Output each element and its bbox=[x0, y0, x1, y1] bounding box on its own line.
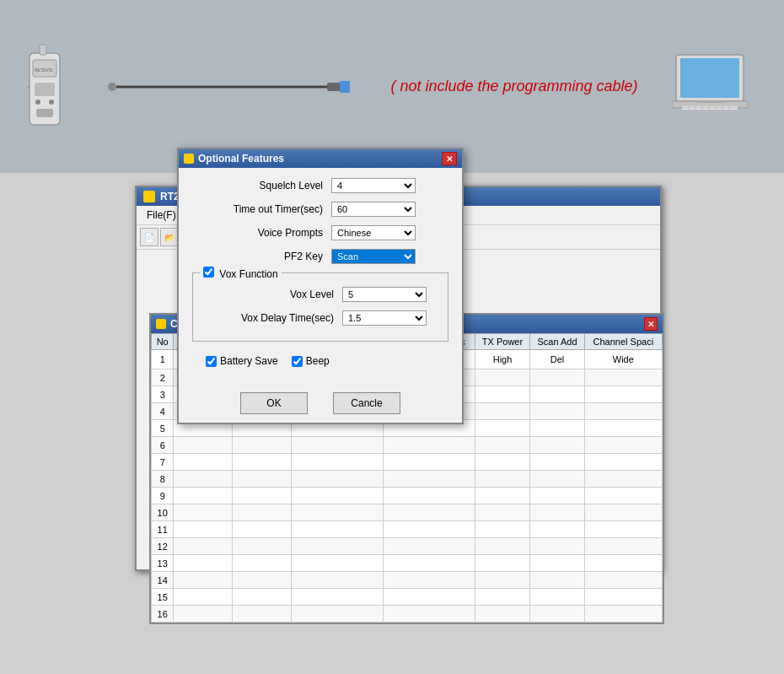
battery-save-checkbox[interactable] bbox=[206, 356, 217, 367]
channel-icon bbox=[156, 319, 166, 329]
squelch-control: 123456789 bbox=[331, 178, 416, 193]
svg-point-4 bbox=[49, 100, 54, 105]
dialog-buttons: OK Cancle bbox=[179, 384, 462, 423]
open-button[interactable]: 📂 bbox=[160, 228, 179, 246]
svg-rect-16 bbox=[697, 100, 722, 103]
app-icon bbox=[143, 191, 155, 202]
table-row: 12 bbox=[152, 538, 663, 555]
table-row: 13 bbox=[152, 555, 663, 572]
beep-item: Beep bbox=[292, 355, 330, 367]
battery-save-label: Battery Save bbox=[220, 355, 278, 367]
vox-level-row: Vox Level 123456789 bbox=[203, 287, 438, 302]
col-txpower: TX Power bbox=[475, 334, 530, 350]
squelch-select[interactable]: 123456789 bbox=[331, 178, 416, 193]
vox-level-select[interactable]: 123456789 bbox=[342, 287, 427, 302]
vox-delay-select[interactable]: 0.51.01.52.02.53.0 bbox=[342, 310, 427, 326]
vox-group: Vox Function Vox Level 123456789 Vox Del… bbox=[192, 272, 448, 342]
svg-point-3 bbox=[35, 100, 40, 105]
new-button[interactable]: 📄 bbox=[140, 228, 158, 246]
pf2-select[interactable]: ScanMonitorSquelch Off bbox=[331, 249, 416, 264]
channel-close-button[interactable]: ✕ bbox=[644, 317, 658, 331]
cancel-button[interactable]: Cancle bbox=[333, 392, 400, 414]
radio-icon: RETEVIS bbox=[19, 36, 70, 137]
vox-delay-control: 0.51.01.52.02.53.0 bbox=[342, 310, 427, 326]
battery-save-item: Battery Save bbox=[206, 355, 278, 367]
svg-rect-2 bbox=[35, 83, 55, 96]
table-row: 11 bbox=[152, 521, 663, 538]
voice-label: Voice Prompts bbox=[192, 227, 323, 239]
col-scanadd: Scan Add bbox=[530, 334, 584, 350]
svg-rect-14 bbox=[680, 58, 739, 98]
pf2-control: ScanMonitorSquelch Off bbox=[331, 249, 416, 264]
table-row: 7 bbox=[152, 454, 663, 471]
squelch-row: Squelch Level 123456789 bbox=[192, 178, 448, 193]
vox-delay-label: Vox Delay Time(sec) bbox=[203, 312, 334, 324]
table-row: 15 bbox=[152, 589, 663, 606]
table-row: 8 bbox=[152, 471, 663, 488]
form-body: Squelch Level 123456789 Time out Timer(s… bbox=[179, 168, 462, 384]
table-row: 16 bbox=[152, 606, 663, 623]
vox-label: Vox Function bbox=[219, 268, 277, 280]
svg-text:RETEVIS: RETEVIS bbox=[35, 67, 53, 73]
beep-checkbox[interactable] bbox=[292, 356, 303, 367]
laptop-icon bbox=[672, 51, 765, 122]
optional-title: Optional Features bbox=[198, 153, 284, 164]
vox-level-label: Vox Level bbox=[203, 288, 334, 300]
vox-group-title: Vox Function bbox=[200, 267, 282, 280]
cable-area bbox=[104, 74, 357, 100]
optional-title-bar: Optional Features ✕ bbox=[179, 149, 462, 168]
ok-button[interactable]: OK bbox=[240, 392, 308, 414]
voice-row: Voice Prompts OffChineseEnglish bbox=[192, 225, 448, 240]
banner-text: ( not include the programming cable) bbox=[390, 78, 637, 95]
pf2-row: PF2 Key ScanMonitorSquelch Off bbox=[192, 249, 448, 264]
table-row: 6 bbox=[152, 437, 663, 454]
table-row: 14 bbox=[152, 572, 663, 589]
vox-level-control: 123456789 bbox=[342, 287, 427, 302]
timeout-label: Time out Timer(sec) bbox=[192, 203, 323, 215]
squelch-label: Squelch Level bbox=[192, 180, 323, 191]
vox-checkbox[interactable] bbox=[203, 267, 214, 278]
cable-icon bbox=[104, 74, 357, 100]
table-row: 10 bbox=[152, 504, 663, 521]
voice-control: OffChineseEnglish bbox=[331, 225, 416, 240]
timeout-control: 306090120150180 bbox=[331, 202, 416, 217]
col-no: No bbox=[152, 334, 174, 350]
checkbox-row: Battery Save Beep bbox=[192, 348, 448, 374]
optional-close-button[interactable]: ✕ bbox=[442, 152, 457, 165]
optional-features-dialog: Optional Features ✕ Squelch Level 123456… bbox=[177, 148, 464, 424]
table-row: 9 bbox=[152, 488, 663, 504]
svg-rect-5 bbox=[36, 109, 53, 117]
timeout-row: Time out Timer(sec) 306090120150180 bbox=[192, 202, 448, 217]
svg-rect-12 bbox=[340, 81, 350, 93]
vox-delay-row: Vox Delay Time(sec) 0.51.01.52.02.53.0 bbox=[203, 310, 438, 326]
svg-point-9 bbox=[108, 83, 116, 91]
col-chanspac: Channel Spaci bbox=[584, 334, 662, 350]
timeout-select[interactable]: 306090120150180 bbox=[331, 202, 416, 217]
pf2-label: PF2 Key bbox=[192, 251, 323, 262]
beep-label: Beep bbox=[306, 355, 330, 367]
optional-icon bbox=[184, 154, 194, 164]
voice-select[interactable]: OffChineseEnglish bbox=[331, 225, 416, 240]
svg-rect-6 bbox=[40, 45, 46, 55]
